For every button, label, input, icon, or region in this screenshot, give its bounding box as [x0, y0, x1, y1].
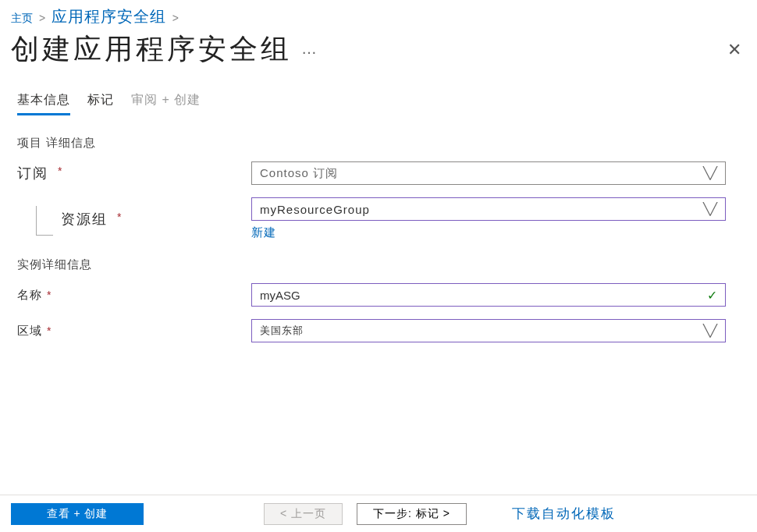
tabs: 基本信息 标记 审阅 + 创建	[0, 69, 757, 115]
new-resource-group-link[interactable]: 新建	[251, 225, 276, 240]
label-subscription: 订阅*	[17, 164, 251, 183]
section-project-details: 项目 详细信息	[17, 136, 740, 151]
tab-tags[interactable]: 标记	[87, 92, 114, 115]
next-button[interactable]: 下一步: 标记 >	[357, 503, 467, 525]
resource-group-select[interactable]: myResourceGroup ╲╱	[251, 197, 726, 221]
footer: 查看 + 创建 < 上一页 下一步: 标记 > 下载自动化模板	[0, 495, 757, 532]
tab-review[interactable]: 审阅 + 创建	[131, 92, 201, 115]
breadcrumb-asg[interactable]: 应用程序安全组	[52, 8, 166, 25]
previous-button: < 上一页	[264, 503, 343, 525]
page-title: 创建应用程序安全组	[11, 33, 292, 65]
tab-basic[interactable]: 基本信息	[17, 92, 70, 115]
close-icon[interactable]: ✕	[727, 40, 741, 60]
chevron-right-icon: >	[172, 12, 179, 24]
name-input[interactable]: myASG ✓	[251, 283, 726, 307]
chevron-down-icon: ╲╱	[703, 166, 717, 180]
label-name: 名称*	[17, 288, 251, 303]
subscription-select[interactable]: Contoso 订阅 ╲╱	[251, 161, 726, 185]
tree-connector	[36, 206, 53, 236]
download-template-link[interactable]: 下载自动化模板	[512, 505, 616, 523]
checkmark-icon: ✓	[707, 288, 717, 303]
region-select[interactable]: 美国东部 ╲╱	[251, 319, 726, 342]
label-region: 区域*	[17, 324, 251, 339]
chevron-right-icon: >	[39, 12, 45, 24]
section-instance-details: 实例详细信息	[17, 257, 740, 272]
review-create-button[interactable]: 查看 + 创建	[11, 503, 144, 525]
chevron-down-icon: ╲╱	[703, 202, 717, 216]
chevron-down-icon: ╲╱	[703, 324, 717, 338]
breadcrumb: 主页 > 应用程序安全组 >	[0, 0, 757, 27]
more-icon[interactable]: …	[301, 40, 317, 57]
breadcrumb-home[interactable]: 主页	[11, 12, 33, 24]
